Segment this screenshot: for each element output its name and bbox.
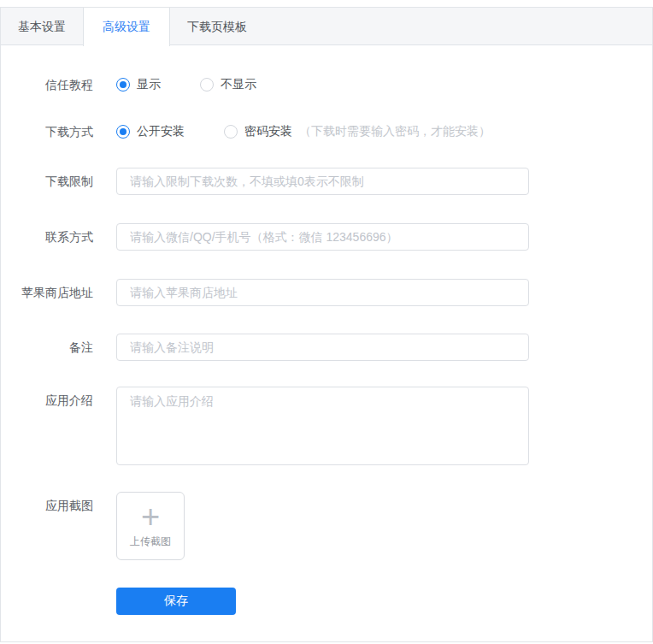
download-limit-label: 下载限制 [1, 168, 93, 195]
radio-public-install[interactable]: 公开安装 [116, 124, 185, 139]
app-screenshot-label: 应用截图 [1, 492, 93, 519]
radio-hide-label: 不显示 [221, 77, 256, 92]
radio-password-install-label: 密码安装 [244, 124, 292, 139]
radio-hide[interactable]: 不显示 [200, 77, 256, 92]
app-screenshot-row: 应用截图 + 上传截图 [1, 492, 652, 560]
app-intro-label: 应用介绍 [1, 387, 93, 414]
contact-input[interactable] [116, 223, 529, 251]
download-limit-row: 下载限制 [1, 168, 652, 195]
radio-selected-icon [116, 125, 130, 139]
password-install-hint: （下载时需要输入密码，才能安装） [299, 124, 491, 139]
tab-bar: 基本设置 高级设置 下载页模板 [1, 8, 652, 45]
tab-advanced-settings[interactable]: 高级设置 [83, 8, 170, 46]
save-row: 保存 [1, 588, 652, 615]
save-button[interactable]: 保存 [116, 588, 236, 615]
radio-show[interactable]: 显示 [116, 77, 161, 92]
tab-basic-settings[interactable]: 基本设置 [1, 8, 83, 44]
contact-label: 联系方式 [1, 223, 93, 251]
radio-public-install-label: 公开安装 [137, 124, 185, 139]
trust-tutorial-row: 信任教程 显示 不显示 [1, 71, 652, 98]
app-intro-row: 应用介绍 [1, 387, 652, 465]
radio-selected-icon [116, 78, 130, 92]
apple-store-row: 苹果商店地址 [1, 279, 652, 306]
radio-unselected-icon [200, 78, 214, 92]
radio-password-install[interactable]: 密码安装 [224, 124, 292, 139]
download-method-label: 下载方式 [1, 118, 93, 145]
settings-card: 基本设置 高级设置 下载页模板 信任教程 显示 不显示 下载方式 [0, 7, 653, 642]
remark-label: 备注 [1, 334, 93, 361]
remark-row: 备注 [1, 334, 652, 361]
app-intro-textarea[interactable] [116, 387, 529, 465]
contact-row: 联系方式 [1, 223, 652, 251]
download-limit-input[interactable] [116, 168, 529, 195]
upload-screenshot-button[interactable]: + 上传截图 [116, 492, 185, 560]
radio-show-label: 显示 [137, 77, 161, 92]
trust-tutorial-label: 信任教程 [1, 71, 93, 98]
tab-download-page-template[interactable]: 下载页模板 [170, 8, 264, 44]
radio-unselected-icon [224, 125, 238, 139]
plus-icon: + [141, 504, 160, 529]
apple-store-label: 苹果商店地址 [1, 279, 93, 306]
advanced-settings-form: 信任教程 显示 不显示 下载方式 公开安装 [1, 71, 652, 615]
apple-store-input[interactable] [116, 279, 529, 306]
download-method-radio-group: 公开安装 密码安装 （下载时需要输入密码，才能安装） [116, 124, 491, 139]
remark-input[interactable] [116, 334, 529, 361]
download-method-row: 下载方式 公开安装 密码安装 （下载时需要输入密码，才能安装） [1, 118, 652, 145]
trust-tutorial-radio-group: 显示 不显示 [116, 77, 296, 92]
upload-screenshot-text: 上传截图 [130, 535, 171, 549]
